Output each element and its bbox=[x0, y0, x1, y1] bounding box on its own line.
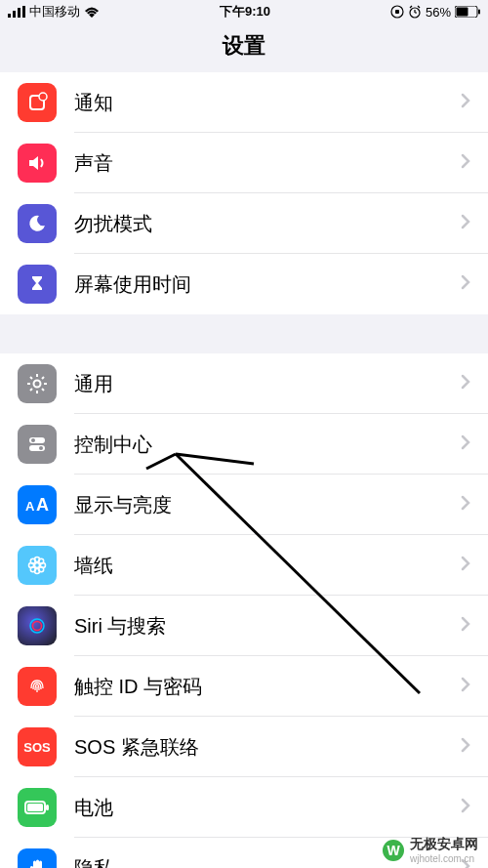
watermark-cn: 无极安卓网 bbox=[410, 836, 478, 853]
svg-line-10 bbox=[418, 6, 420, 8]
battery-icon bbox=[455, 6, 480, 18]
status-time: 下午9:10 bbox=[220, 3, 270, 21]
row-label: 屏幕使用时间 bbox=[74, 271, 443, 298]
row-label: 墙纸 bbox=[74, 553, 443, 579]
row-label: SOS 紧急联络 bbox=[74, 734, 443, 761]
svg-rect-1 bbox=[13, 11, 16, 18]
wifi-icon bbox=[84, 6, 100, 18]
row-label: 触控 ID 与密码 bbox=[74, 674, 443, 700]
row-general[interactable]: 通用 bbox=[0, 353, 488, 414]
watermark-url: wjhotel.com.cn bbox=[410, 853, 478, 864]
svg-point-20 bbox=[39, 446, 43, 450]
page-title: 设置 bbox=[0, 23, 488, 72]
sos-icon: SOS bbox=[18, 727, 57, 766]
gear-icon bbox=[18, 364, 57, 403]
status-right: 56% bbox=[390, 5, 480, 20]
rotation-lock-icon bbox=[390, 5, 404, 19]
signal-icon bbox=[8, 6, 25, 18]
svg-rect-5 bbox=[395, 10, 399, 14]
hourglass-icon bbox=[18, 265, 57, 304]
row-label: 显示与亮度 bbox=[74, 492, 443, 518]
row-label: Siri 与搜索 bbox=[74, 613, 443, 640]
row-screentime[interactable]: 屏幕使用时间 bbox=[0, 254, 488, 314]
carrier-label: 中国移动 bbox=[29, 3, 80, 21]
settings-section-2: 通用 控制中心 AA 显示与亮度 墙纸 Siri 与搜索 触控 ID 与密码 bbox=[0, 353, 488, 868]
svg-rect-35 bbox=[27, 804, 43, 811]
row-dnd[interactable]: 勿扰模式 bbox=[0, 193, 488, 254]
row-label: 控制中心 bbox=[74, 432, 443, 458]
svg-rect-13 bbox=[478, 10, 480, 15]
chevron-right-icon bbox=[443, 737, 488, 757]
settings-section-1: 通知 声音 勿扰模式 屏幕使用时间 bbox=[0, 72, 488, 314]
svg-text:A: A bbox=[25, 499, 35, 514]
watermark-logo-icon: W bbox=[383, 840, 404, 861]
row-touchid[interactable]: 触控 ID 与密码 bbox=[0, 656, 488, 717]
svg-line-9 bbox=[410, 6, 412, 8]
row-siri[interactable]: Siri 与搜索 bbox=[0, 596, 488, 656]
row-label: 电池 bbox=[74, 795, 443, 821]
chevron-right-icon bbox=[443, 495, 488, 515]
svg-rect-36 bbox=[46, 805, 49, 810]
row-battery[interactable]: 电池 bbox=[0, 777, 488, 838]
chevron-right-icon bbox=[443, 798, 488, 817]
row-label: 通用 bbox=[74, 371, 443, 397]
text-size-icon: AA bbox=[18, 485, 57, 524]
fingerprint-icon bbox=[18, 667, 57, 706]
svg-point-23 bbox=[35, 563, 40, 568]
chevron-right-icon bbox=[443, 153, 488, 173]
svg-rect-2 bbox=[18, 8, 20, 18]
chevron-right-icon bbox=[443, 677, 488, 696]
svg-point-19 bbox=[31, 438, 35, 442]
svg-point-16 bbox=[34, 381, 41, 388]
row-notifications[interactable]: 通知 bbox=[0, 72, 488, 133]
svg-point-33 bbox=[33, 622, 42, 631]
status-bar: 中国移动 下午9:10 56% bbox=[0, 0, 488, 23]
siri-icon bbox=[18, 606, 57, 645]
row-label: 勿扰模式 bbox=[74, 211, 443, 237]
row-wallpaper[interactable]: 墙纸 bbox=[0, 535, 488, 596]
row-display[interactable]: AA 显示与亮度 bbox=[0, 475, 488, 535]
alarm-icon bbox=[408, 5, 422, 19]
chevron-right-icon bbox=[443, 274, 488, 294]
flower-icon bbox=[18, 546, 57, 585]
status-left: 中国移动 bbox=[8, 3, 100, 21]
svg-rect-0 bbox=[8, 14, 11, 18]
row-sos[interactable]: SOS SOS 紧急联络 bbox=[0, 717, 488, 777]
row-label: 通知 bbox=[74, 90, 443, 116]
svg-rect-3 bbox=[22, 6, 25, 18]
battery-icon bbox=[18, 788, 57, 827]
svg-rect-12 bbox=[457, 8, 468, 17]
svg-point-15 bbox=[39, 93, 47, 101]
battery-percent: 56% bbox=[426, 5, 451, 20]
row-label: 声音 bbox=[74, 150, 443, 177]
chevron-right-icon bbox=[443, 434, 488, 454]
row-control-center[interactable]: 控制中心 bbox=[0, 414, 488, 475]
hand-icon bbox=[18, 848, 57, 868]
svg-text:A: A bbox=[36, 495, 49, 515]
chevron-right-icon bbox=[443, 374, 488, 393]
toggles-icon bbox=[18, 425, 57, 464]
moon-icon bbox=[18, 204, 57, 243]
chevron-right-icon bbox=[443, 616, 488, 636]
sound-icon bbox=[18, 144, 57, 183]
chevron-right-icon bbox=[443, 93, 488, 112]
chevron-right-icon bbox=[443, 214, 488, 233]
notifications-icon bbox=[18, 83, 57, 122]
row-sound[interactable]: 声音 bbox=[0, 133, 488, 193]
watermark: W 无极安卓网 wjhotel.com.cn bbox=[383, 836, 478, 864]
chevron-right-icon bbox=[443, 556, 488, 575]
